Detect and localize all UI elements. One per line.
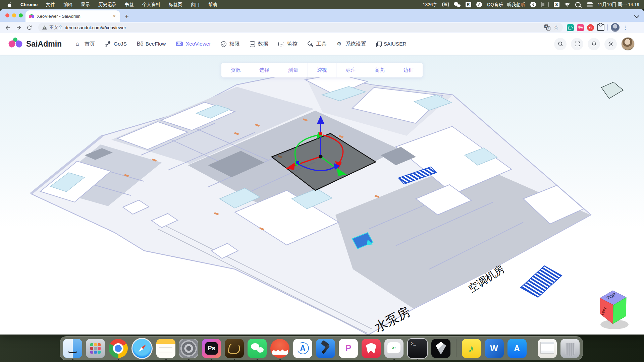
dock-separator[interactable] bbox=[456, 339, 457, 357]
3d-building-model[interactable]: 空调机房 水泵房 TOP FRONT LEFT bbox=[0, 55, 644, 335]
r-app-status-icon[interactable]: R bbox=[466, 2, 471, 7]
compass-status-icon[interactable] bbox=[476, 2, 482, 7]
staircase-hatch-large[interactable] bbox=[521, 266, 562, 297]
wave-app-dock-icon[interactable] bbox=[270, 339, 289, 358]
safari-dock-icon[interactable] bbox=[131, 338, 153, 359]
notes-dock-icon[interactable] bbox=[156, 339, 175, 358]
window-close-button[interactable] bbox=[5, 13, 9, 17]
viewer-toolbar-item[interactable]: 测量 bbox=[279, 63, 308, 77]
menubar-menu[interactable]: 帮助 bbox=[208, 2, 217, 8]
chrome-dock-icon[interactable] bbox=[109, 339, 128, 358]
launchpad-dock-icon[interactable] bbox=[86, 339, 105, 358]
bookmark-star-icon[interactable]: ☆ bbox=[553, 24, 559, 31]
fullscreen-button[interactable] bbox=[571, 38, 583, 50]
android-studio-dock-icon[interactable]: A bbox=[293, 339, 312, 358]
screen-mirroring-icon[interactable] bbox=[541, 2, 549, 7]
viewer-toolbar-item[interactable]: 边框 bbox=[394, 63, 423, 77]
GoJS[interactable]: GoJS bbox=[105, 41, 127, 47]
p-design-dock-icon[interactable]: P bbox=[339, 339, 358, 358]
viewer-toolbar-item[interactable]: 标注 bbox=[336, 63, 365, 77]
motrix-dock-icon[interactable] bbox=[362, 339, 381, 358]
user-avatar[interactable] bbox=[621, 37, 635, 51]
s-app-status-icon[interactable]: S bbox=[554, 2, 559, 7]
dock-separator[interactable] bbox=[532, 339, 533, 357]
xcode-dock-icon[interactable] bbox=[316, 339, 335, 358]
menubar-menu[interactable]: 文件 bbox=[46, 2, 55, 8]
chrome-menu-icon[interactable]: ⋮ bbox=[623, 24, 628, 31]
BeeFlow[interactable]: Bē BeeFlow bbox=[137, 41, 166, 47]
section-minimap[interactable] bbox=[601, 82, 623, 99]
url-text[interactable]: demo.sandnt.com/#/xeoviewer bbox=[65, 25, 126, 30]
input-method-badge[interactable]: 英 bbox=[442, 2, 449, 7]
nav-item-label: BeeFlow bbox=[146, 41, 166, 47]
apple-menu-icon[interactable] bbox=[7, 2, 12, 7]
工具[interactable]: 工具 bbox=[308, 41, 327, 48]
trash-dock-icon[interactable] bbox=[560, 339, 580, 358]
translate-icon[interactable] bbox=[544, 24, 550, 31]
saiadmin-logo-icon[interactable] bbox=[9, 38, 22, 50]
权限[interactable]: 权限 bbox=[221, 41, 240, 48]
首页[interactable]: ⌂ 首页 bbox=[76, 41, 95, 48]
terminal-dock-icon[interactable]: >_ bbox=[407, 338, 428, 359]
menubar-menu[interactable]: 标签页 bbox=[169, 2, 182, 8]
chat-extension-icon[interactable] bbox=[567, 24, 574, 31]
navigation-cube[interactable]: TOP FRONT LEFT bbox=[600, 273, 644, 329]
address-bar[interactable]: 不安全 demo.sandnt.com/#/xeoviewer ☆ bbox=[38, 23, 563, 32]
menubar-menu[interactable]: 书签 bbox=[125, 2, 134, 8]
qq-music-dock-icon[interactable]: ♪ bbox=[462, 339, 481, 358]
menubar-menu[interactable]: 个人资料 bbox=[142, 2, 160, 8]
viewer-toolbar: 资源 选择 测量 透视 标注 高亮 边框 bbox=[221, 63, 423, 77]
navicat-dock-icon[interactable] bbox=[225, 339, 244, 358]
now-playing-title[interactable]: QQ音乐 - 听我想听 bbox=[487, 2, 525, 8]
tab-close-icon[interactable]: × bbox=[112, 13, 117, 19]
search-button[interactable] bbox=[554, 38, 567, 50]
系统设置[interactable]: ⚙ 系统设置 bbox=[337, 41, 366, 48]
word-count-status: 1326字 bbox=[423, 2, 437, 8]
window-minimize-button[interactable] bbox=[12, 13, 16, 17]
system-settings-dock-icon[interactable] bbox=[179, 339, 198, 358]
chrome-profile-avatar[interactable] bbox=[611, 23, 620, 32]
spotlight-search-icon[interactable] bbox=[575, 2, 581, 7]
youdao-extension-icon[interactable]: Yd bbox=[587, 24, 594, 31]
tab-search-chevron-icon[interactable] bbox=[634, 13, 640, 18]
word-dock-icon[interactable]: W bbox=[485, 339, 504, 358]
gem-app-dock-icon[interactable] bbox=[431, 339, 450, 358]
menubar-app-name[interactable]: Chrome bbox=[20, 2, 38, 7]
translate-extension-icon[interactable]: 中A bbox=[577, 24, 584, 31]
viewer-toolbar-item[interactable]: 资源 bbox=[221, 63, 250, 77]
menubar-menu[interactable]: 编辑 bbox=[63, 2, 72, 8]
forward-button[interactable] bbox=[14, 23, 23, 32]
app-store-dock-icon[interactable]: A bbox=[507, 339, 527, 358]
SAIUSER[interactable]: SAIUSER bbox=[376, 41, 407, 47]
XeoViewer[interactable]: 3D XeoViewer bbox=[176, 41, 211, 47]
window-maximize-button[interactable] bbox=[19, 13, 23, 17]
menubar-menu[interactable]: 历史记录 bbox=[98, 2, 116, 8]
settings-gear-button[interactable] bbox=[604, 38, 617, 50]
xeoviewer-canvas[interactable]: 资源 选择 测量 透视 标注 高亮 边框 bbox=[0, 55, 644, 335]
reload-button[interactable] bbox=[25, 23, 34, 32]
new-tab-button[interactable]: + bbox=[125, 13, 129, 20]
menubar-menu[interactable]: 窗口 bbox=[191, 2, 200, 8]
wechat-dock-icon[interactable] bbox=[248, 339, 267, 358]
browser-tab[interactable]: XeoViewer - SaiAdmin × bbox=[25, 10, 120, 22]
brand-name[interactable]: SaiAdmin bbox=[26, 40, 62, 49]
photoshop-dock-icon[interactable]: Ps bbox=[202, 339, 221, 358]
menubar-clock[interactable]: 11月10日 周一 14:19 bbox=[598, 2, 639, 8]
menubar-menu[interactable]: 显示 bbox=[81, 2, 90, 8]
viewer-toolbar-item[interactable]: 透视 bbox=[308, 63, 336, 77]
wifi-icon[interactable] bbox=[565, 2, 570, 7]
extensions-puzzle-icon[interactable] bbox=[597, 24, 604, 31]
wechat-status-icon[interactable] bbox=[454, 2, 461, 7]
not-secure-label[interactable]: 不安全 bbox=[49, 24, 62, 31]
file-preview-dock-icon[interactable] bbox=[538, 339, 557, 358]
notifications-bell-button[interactable] bbox=[588, 38, 600, 50]
数据[interactable]: 数据 bbox=[250, 41, 268, 48]
back-button[interactable] bbox=[3, 23, 12, 32]
flame-status-icon[interactable] bbox=[530, 2, 536, 7]
viewer-toolbar-item[interactable]: 高亮 bbox=[365, 63, 394, 77]
viewer-toolbar-item[interactable]: 选择 bbox=[250, 63, 279, 77]
chat-terminal-dock-icon[interactable]: >: bbox=[384, 339, 404, 358]
监控[interactable]: 监控 bbox=[278, 41, 298, 48]
finder-dock-icon[interactable] bbox=[63, 339, 82, 358]
control-center-icon[interactable] bbox=[587, 2, 593, 7]
